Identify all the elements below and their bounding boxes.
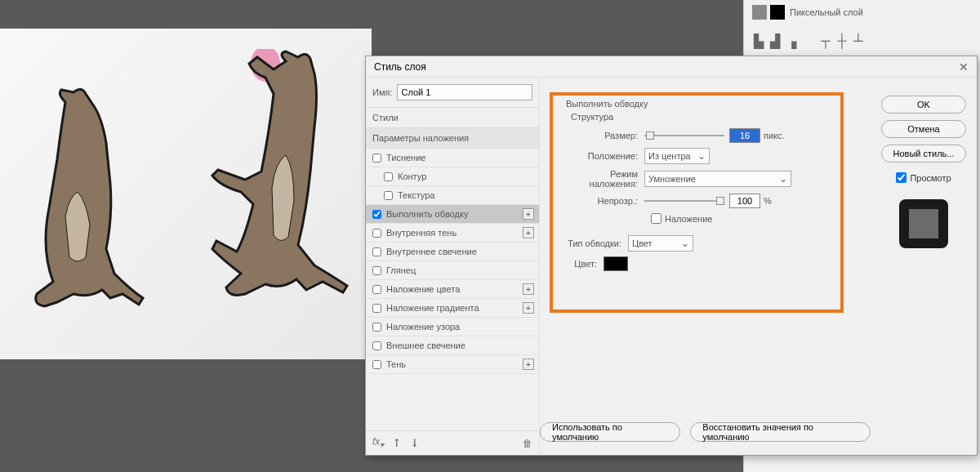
- layer-thumbnail-icon: [752, 5, 767, 20]
- make-default-button[interactable]: Использовать по умолчанию: [540, 422, 680, 442]
- new-style-button[interactable]: Новый стиль...: [881, 145, 966, 163]
- plus-icon[interactable]: +: [523, 358, 534, 370]
- style-item-label: Наложение узора: [386, 322, 460, 332]
- style-item-label: Тень: [386, 359, 406, 369]
- layer-mask-icon: [770, 5, 785, 20]
- style-item[interactable]: Внешнее свечение: [366, 336, 539, 355]
- style-checkbox[interactable]: [372, 304, 381, 313]
- layer-row[interactable]: Пиксельный слой: [744, 0, 980, 24]
- style-checkbox[interactable]: [372, 210, 381, 219]
- style-item[interactable]: Наложение градиента+: [366, 299, 539, 318]
- stroke-type-label: Тип обводки:: [566, 238, 628, 248]
- dialog-center: Выполнить обводку Структура Размер: пикс…: [540, 78, 871, 455]
- dialog-right-column: OK Отмена Новый стиль... Просмотр: [871, 78, 977, 455]
- dialog-titlebar[interactable]: Стиль слоя ✕: [366, 56, 977, 78]
- style-checkbox[interactable]: [384, 172, 393, 181]
- fx-icon[interactable]: fx▾: [372, 436, 384, 449]
- size-input[interactable]: [729, 128, 760, 143]
- style-item-label: Выполнить обводку: [386, 209, 468, 219]
- close-icon[interactable]: ✕: [959, 60, 969, 73]
- style-item[interactable]: Текстура: [366, 186, 539, 205]
- preview-checkbox[interactable]: [896, 172, 906, 183]
- style-item[interactable]: Выполнить обводку+: [366, 205, 539, 224]
- style-checkbox[interactable]: [372, 360, 381, 369]
- layer-style-dialog: Стиль слоя ✕ Имя: Стили Параметры наложе…: [365, 56, 978, 456]
- plus-icon[interactable]: +: [523, 227, 534, 238]
- style-item-label: Глянец: [386, 265, 416, 275]
- style-item[interactable]: Наложение цвета+: [366, 280, 539, 299]
- cancel-button[interactable]: Отмена: [881, 120, 966, 138]
- style-item-label: Тиснение: [386, 153, 425, 163]
- style-item-label: Наложение градиента: [386, 303, 479, 313]
- style-checkbox[interactable]: [372, 341, 381, 350]
- layer-name-input[interactable]: [397, 84, 532, 100]
- opacity-unit: %: [764, 196, 772, 206]
- style-item-label: Текстура: [398, 190, 434, 200]
- stroke-type-select[interactable]: Цвет: [628, 235, 693, 252]
- style-list: ТиснениеКонтурТекстураВыполнить обводку+…: [366, 149, 539, 430]
- align-center-v-icon[interactable]: ┼: [835, 34, 849, 47]
- preview-thumbnail: [899, 199, 948, 248]
- color-label: Цвет:: [566, 259, 604, 269]
- size-slider[interactable]: [644, 135, 724, 136]
- canvas-area[interactable]: [0, 29, 372, 359]
- ok-button[interactable]: OK: [881, 96, 966, 114]
- opacity-input[interactable]: [729, 194, 760, 208]
- preview-label: Просмотр: [910, 173, 951, 183]
- style-checkbox[interactable]: [372, 266, 381, 275]
- align-left-icon[interactable]: ▙: [752, 34, 765, 47]
- style-checkbox[interactable]: [372, 247, 381, 256]
- align-bottom-icon[interactable]: ┴: [852, 34, 865, 47]
- position-label: Положение:: [566, 151, 644, 161]
- style-item-label: Внешнее свечение: [386, 341, 466, 350]
- trash-icon[interactable]: 🗑: [523, 438, 532, 449]
- align-toolbar: ▙ ▟ ▗ ┬ ┼ ┴: [744, 24, 980, 57]
- opacity-slider[interactable]: [644, 200, 724, 202]
- stroke-section-title: Выполнить обводку: [566, 99, 844, 109]
- style-item-label: Контур: [398, 171, 426, 181]
- cat-figure-1: [16, 86, 172, 314]
- size-label: Размер:: [566, 131, 644, 140]
- style-item[interactable]: Наложение узора: [366, 318, 539, 336]
- structure-title: Структура: [571, 112, 844, 122]
- align-top-icon[interactable]: ┬: [819, 34, 832, 47]
- params-header[interactable]: Параметры наложения: [366, 128, 539, 149]
- dialog-title-text: Стиль слоя: [374, 61, 426, 73]
- arrow-up-icon[interactable]: 🠕: [392, 438, 402, 449]
- style-item[interactable]: Внутреннее свечение: [366, 243, 539, 261]
- plus-icon[interactable]: +: [523, 283, 534, 295]
- opacity-label: Непрозр.:: [566, 196, 644, 206]
- overlay-label: Наложение: [665, 214, 712, 224]
- layer-label: Пиксельный слой: [790, 7, 863, 17]
- reset-default-button[interactable]: Восстановить значения по умолчанию: [690, 422, 871, 442]
- name-label: Имя:: [372, 87, 392, 97]
- style-item-label: Внутреннее свечение: [386, 247, 477, 256]
- align-right-icon[interactable]: ▗: [785, 34, 798, 47]
- style-item[interactable]: Тень+: [366, 355, 539, 374]
- style-checkbox[interactable]: [372, 323, 381, 332]
- plus-icon[interactable]: +: [523, 302, 534, 314]
- style-checkbox[interactable]: [384, 191, 393, 200]
- plus-icon[interactable]: +: [523, 208, 534, 220]
- fx-footer: fx▾ 🠕 🠗 🗑: [366, 430, 539, 455]
- style-item[interactable]: Глянец: [366, 261, 539, 280]
- style-checkbox[interactable]: [372, 154, 381, 163]
- style-item[interactable]: Внутренняя тень+: [366, 224, 539, 243]
- dialog-left-column: Имя: Стили Параметры наложения ТиснениеК…: [366, 78, 540, 455]
- cat-figure-2: [208, 49, 355, 310]
- align-center-h-icon[interactable]: ▟: [768, 34, 782, 47]
- style-checkbox[interactable]: [372, 285, 381, 294]
- style-item[interactable]: Тиснение: [366, 149, 539, 167]
- arrow-down-icon[interactable]: 🠗: [410, 438, 420, 449]
- blend-mode-select[interactable]: Умножение: [644, 171, 791, 187]
- size-unit: пикс.: [764, 131, 785, 140]
- styles-header[interactable]: Стили: [366, 107, 539, 128]
- position-select[interactable]: Из центра: [644, 148, 710, 164]
- style-item[interactable]: Контур: [366, 167, 539, 186]
- color-swatch[interactable]: [604, 256, 628, 271]
- style-item-label: Внутренняя тень: [386, 228, 457, 238]
- style-checkbox[interactable]: [372, 229, 381, 238]
- style-item-label: Наложение цвета: [386, 284, 460, 294]
- blend-label: Режим наложения:: [566, 169, 644, 189]
- overlay-checkbox[interactable]: [651, 213, 662, 224]
